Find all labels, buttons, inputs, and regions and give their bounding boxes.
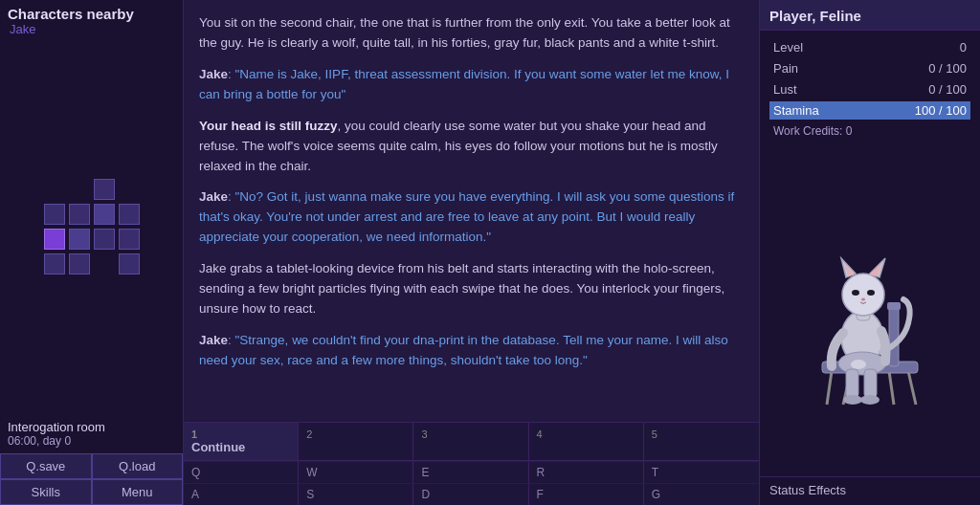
map-cell xyxy=(69,204,90,225)
hotkeys-row-1: Q W E R T xyxy=(184,461,759,483)
stat-pain-label: Pain xyxy=(773,61,798,76)
hotkey-d: D xyxy=(413,483,528,505)
svg-point-15 xyxy=(842,274,884,316)
characters-header: Characters nearby Jake xyxy=(0,0,183,38)
hotkey-w: W xyxy=(299,461,413,483)
svg-rect-9 xyxy=(846,369,858,398)
choices-grid: 1 Continue 2 3 4 5 xyxy=(184,423,759,461)
story-paragraph-1: You sit on the second chair, the one tha… xyxy=(199,13,744,54)
map-cell xyxy=(119,229,140,250)
choices-area: 1 Continue 2 3 4 5 Q W E R xyxy=(184,422,759,505)
map-cell xyxy=(44,204,65,225)
npc-name-jake: Jake xyxy=(199,67,228,81)
map-cell-current xyxy=(44,229,65,250)
stat-stamina-label: Stamina xyxy=(773,103,819,118)
stat-stamina: Stamina 100 / 100 xyxy=(769,101,970,120)
hotkey-s: S xyxy=(299,483,413,505)
svg-point-12 xyxy=(860,395,880,405)
story-paragraph-2: Jake: "Name is Jake, IIPF, threat assess… xyxy=(199,65,744,105)
jake-speech-1: : "Name is Jake, IIPF, threat assessment… xyxy=(199,67,729,101)
character-portrait xyxy=(760,151,980,476)
map-cell xyxy=(94,204,115,225)
story-paragraph-5: Jake grabs a tablet-looking device from … xyxy=(199,259,744,319)
choice-5[interactable]: 5 xyxy=(644,423,759,460)
skills-button[interactable]: Skills xyxy=(0,479,92,505)
choice-2[interactable]: 2 xyxy=(299,423,413,460)
right-panel: Player, Feline Level 0 Pain 0 / 100 Lust… xyxy=(760,0,980,505)
svg-point-11 xyxy=(843,395,862,405)
stat-lust-value: 0 / 100 xyxy=(928,82,967,97)
hotkey-q: Q xyxy=(184,461,299,483)
qsave-button[interactable]: Q.save xyxy=(0,453,92,479)
bold-narration: Your head is still fuzzy xyxy=(199,119,338,133)
player-header: Player, Feline xyxy=(760,0,980,31)
svg-rect-5 xyxy=(889,304,899,366)
jake-character-link[interactable]: Jake xyxy=(8,22,175,36)
map-grid xyxy=(44,179,140,274)
map-cell xyxy=(69,253,90,274)
svg-point-21 xyxy=(867,290,875,296)
map-area xyxy=(0,38,183,414)
story-paragraph-3: Your head is still fuzzy, you could clea… xyxy=(199,117,744,177)
choice-num-2: 2 xyxy=(306,428,405,440)
svg-rect-6 xyxy=(887,302,901,310)
map-cell xyxy=(94,179,115,200)
npc-name-jake-2: Jake xyxy=(199,189,228,204)
room-info: Interogation room 06:00, day 0 xyxy=(0,414,183,453)
hotkey-e: E xyxy=(413,461,528,483)
room-name: Interogation room xyxy=(8,420,175,434)
story-paragraph-4: Jake: "No? Got it, just wanna make sure … xyxy=(199,187,744,248)
stat-pain: Pain 0 / 100 xyxy=(769,59,970,77)
map-cell xyxy=(44,179,65,200)
choice-num-3: 3 xyxy=(421,428,520,440)
map-cell xyxy=(94,229,115,250)
characters-title: Characters nearby xyxy=(8,6,175,22)
hotkey-f: F xyxy=(529,483,644,505)
svg-rect-10 xyxy=(864,369,877,398)
map-cell xyxy=(69,229,90,250)
jake-speech-3: : "Strange, we couldn't find your dna-pr… xyxy=(199,333,728,367)
svg-point-13 xyxy=(851,360,866,369)
choice-label-1: Continue xyxy=(191,440,245,454)
left-panel: Characters nearby Jake Interog xyxy=(0,0,184,505)
menu-button[interactable]: Menu xyxy=(92,479,184,505)
jake-speech-2: : "No? Got it, just wanna make sure you … xyxy=(199,189,734,244)
story-text: You sit on the second chair, the one tha… xyxy=(184,0,759,422)
character-svg xyxy=(793,218,947,409)
work-credits: Work Credits: 0 xyxy=(769,122,970,140)
choice-3[interactable]: 3 xyxy=(413,423,528,460)
svg-line-1 xyxy=(889,371,894,405)
svg-line-3 xyxy=(908,371,916,405)
stat-stamina-value: 100 / 100 xyxy=(915,103,967,118)
stat-level: Level 0 xyxy=(769,38,970,56)
choice-num-5: 5 xyxy=(652,428,751,440)
stat-pain-value: 0 / 100 xyxy=(928,61,967,76)
stat-lust: Lust 0 / 100 xyxy=(769,80,970,99)
choice-4[interactable]: 4 xyxy=(529,423,644,460)
stat-level-label: Level xyxy=(773,40,803,55)
main-panel: You sit on the second chair, the one tha… xyxy=(184,0,760,505)
hotkey-g: G xyxy=(644,483,759,505)
status-effects-label: Status Effects xyxy=(760,476,980,505)
npc-name-jake-3: Jake xyxy=(199,333,228,347)
choice-num-4: 4 xyxy=(537,428,635,440)
hotkey-a: A xyxy=(184,483,299,505)
map-cell xyxy=(94,253,115,274)
map-cell xyxy=(119,179,140,200)
map-cell xyxy=(119,204,140,225)
hotkeys-row-2: A S D F G xyxy=(184,483,759,505)
map-cell xyxy=(119,253,140,274)
svg-point-22 xyxy=(861,298,865,301)
choice-1[interactable]: 1 Continue xyxy=(184,423,299,460)
stats-area: Level 0 Pain 0 / 100 Lust 0 / 100 Stamin… xyxy=(760,31,980,151)
stat-lust-label: Lust xyxy=(773,82,797,97)
hotkey-r: R xyxy=(529,461,644,483)
choice-num-1: 1 xyxy=(191,428,290,440)
stat-level-value: 0 xyxy=(960,40,967,55)
bottom-buttons: Q.save Q.load Skills Menu xyxy=(0,453,183,505)
qload-button[interactable]: Q.load xyxy=(92,453,184,479)
hotkey-t: T xyxy=(644,461,759,483)
map-cell xyxy=(69,179,90,200)
room-time: 06:00, day 0 xyxy=(8,434,175,448)
svg-point-20 xyxy=(852,290,859,296)
